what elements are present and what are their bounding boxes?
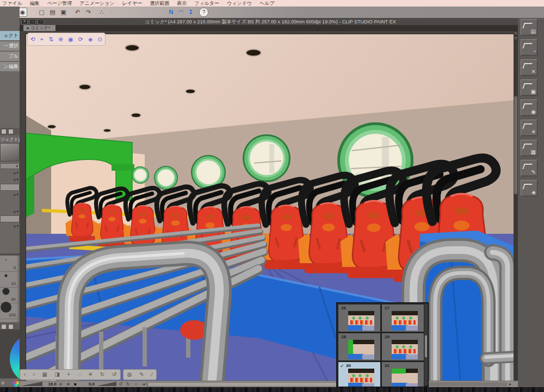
menu-layer[interactable]: レイヤー xyxy=(122,0,143,7)
vertical-scrollbar-thumb[interactable] xyxy=(514,96,517,194)
next-camera-angle-icon[interactable]: › xyxy=(33,370,35,379)
redo-button[interactable]: ↷ xyxy=(84,8,93,17)
scroll-down-button[interactable] xyxy=(514,36,518,40)
material-monochrome-button[interactable]: ✕ xyxy=(521,59,537,76)
reset-view-button[interactable]: ⌂ xyxy=(135,382,138,387)
material-color-pattern-button[interactable]: ◔ xyxy=(521,39,537,55)
page-icon[interactable] xyxy=(1,129,7,134)
fit-to-screen-button[interactable]: ■ xyxy=(74,382,77,387)
camera-dolly-icon[interactable]: ⇅ xyxy=(48,34,53,45)
canvas-3d-scene[interactable] xyxy=(26,34,516,387)
subtool-item-line-edit[interactable]: ン編集 xyxy=(0,62,20,71)
material-body-type-button[interactable]: ◈ xyxy=(521,180,537,196)
zoom-slider[interactable] xyxy=(21,382,42,386)
color-wheel[interactable] xyxy=(10,333,20,378)
menu-view[interactable]: 表示 xyxy=(177,0,187,7)
restore-window-button[interactable]: ▫ xyxy=(38,19,44,24)
render-settings-icon[interactable]: ◨ xyxy=(54,370,59,379)
rotate-right-button[interactable]: ↻ xyxy=(126,382,130,387)
menu-page-manage[interactable]: ページ管理 xyxy=(47,0,72,7)
rotation-slider[interactable] xyxy=(97,382,116,386)
material-pose-button[interactable]: ◉ xyxy=(521,99,537,116)
color-set-icon[interactable] xyxy=(1,324,7,329)
crop-icon[interactable]: ◫ xyxy=(153,8,163,17)
new-document-button[interactable]: ▢ xyxy=(37,8,46,17)
camera-rotate-icon[interactable]: ⟲ xyxy=(30,34,35,45)
object-rotate-icon[interactable]: ◉ xyxy=(68,34,73,45)
menu-window[interactable]: ウィンドウ xyxy=(227,0,252,7)
snap-grid-button[interactable]: ↧ xyxy=(186,8,195,17)
vertical-scrollbar[interactable] xyxy=(514,31,518,381)
flip-vertical-icon[interactable]: ▨ xyxy=(145,8,154,17)
value-input-2[interactable] xyxy=(0,215,20,222)
material-3d-button[interactable]: ▣ xyxy=(521,79,537,96)
clear-button[interactable]: ∴ xyxy=(97,8,106,17)
page-thumbnail-28[interactable]: 28 xyxy=(338,333,381,361)
color-mix-icon[interactable] xyxy=(8,324,14,329)
stepper-row-1[interactable]: ▴▾ xyxy=(0,170,20,176)
snap-ruler-button[interactable]: N xyxy=(166,8,176,17)
brush-size-item[interactable]: 30 xyxy=(0,287,17,303)
subtool-item-object[interactable]: ェクト xyxy=(0,31,20,40)
frame-button[interactable]: ▢ xyxy=(125,8,134,17)
material-sphere-icon[interactable]: ◍ xyxy=(127,370,132,379)
help-button[interactable]: ? xyxy=(199,8,208,17)
zoom-out-button[interactable]: ⊖ xyxy=(59,382,63,387)
zoom-in-button[interactable]: ⊕ xyxy=(66,382,70,387)
object-move-icon[interactable]: ⊕ xyxy=(58,34,63,45)
dropper-icon[interactable]: ∕ xyxy=(151,370,152,379)
menu-filter[interactable]: フィルター xyxy=(194,0,219,7)
rotate-cw-icon[interactable]: ↻ xyxy=(100,370,104,379)
rotate-ccw-icon[interactable]: ↺ xyxy=(112,370,116,379)
page-list-scrollbar[interactable] xyxy=(424,304,428,385)
roll-object-icon[interactable]: ◌ xyxy=(78,370,81,379)
value-input[interactable] xyxy=(0,184,20,191)
object-preview-box[interactable] xyxy=(0,143,20,161)
page-thumbnail-27[interactable]: 27 xyxy=(381,304,424,332)
page-list-scrollbar-thumb[interactable] xyxy=(425,335,427,357)
scale-rotate-button[interactable]: ◇ xyxy=(116,8,126,17)
menu-animation[interactable]: アニメーション xyxy=(79,0,114,7)
flip-horizontal-icon[interactable]: ▱ xyxy=(136,8,145,17)
stepper-row-5[interactable]: ▴▾ xyxy=(0,223,20,229)
page-thumbnail-31[interactable]: 31 xyxy=(381,362,424,387)
menu-edit[interactable]: 編集 xyxy=(30,0,40,7)
light-source-icon[interactable]: ✳ xyxy=(88,370,92,379)
rotate-left-button[interactable]: ↺ xyxy=(119,382,122,387)
menu-file[interactable]: ファイル xyxy=(2,0,22,7)
dropdown-row[interactable]: ▾ xyxy=(0,163,20,169)
minimize-window-button[interactable]: ─ xyxy=(29,19,36,24)
fill-button[interactable]: ◧ xyxy=(108,8,117,17)
tab-comic[interactable]: コミック* xyxy=(23,25,55,31)
prev-camera-angle-icon[interactable]: ‹ xyxy=(24,370,26,379)
horizontal-scrollbar[interactable] xyxy=(146,382,507,387)
color-wheel-icon[interactable] xyxy=(13,381,19,387)
stepper-row-3[interactable]: ▴▾ xyxy=(0,192,20,197)
page-thumbnail-26[interactable]: 26 xyxy=(338,304,381,332)
brush-size-item[interactable]: 10 xyxy=(0,271,17,288)
camera-reset-icon[interactable]: ⊙ xyxy=(97,34,102,45)
collapse-button[interactable]: ◂ xyxy=(143,382,145,387)
material-pen-button[interactable]: ✎ xyxy=(521,160,537,176)
page-thumbnail-29[interactable]: 29 xyxy=(381,333,424,361)
save-button[interactable]: ▣ xyxy=(59,8,68,17)
material-effect-button[interactable]: ✳ xyxy=(521,120,537,136)
pen-touch-icon[interactable]: ✎ xyxy=(139,370,144,379)
stepper-row-2[interactable]: ▴▾ xyxy=(0,177,20,182)
stepper-row-4[interactable]: ▴▾ xyxy=(0,209,20,214)
brush-size-item[interactable]: 100 xyxy=(0,303,17,319)
undo-button[interactable]: ↶ xyxy=(73,8,82,17)
menu-selection[interactable]: 選択範囲 xyxy=(150,0,169,7)
camera-pan-icon[interactable]: + xyxy=(40,34,44,45)
scroll-right-button[interactable]: ▸ xyxy=(509,382,511,387)
material-image-button[interactable]: ▦ xyxy=(521,140,537,156)
tool-options-row[interactable]: ◌⑂ xyxy=(0,246,20,251)
camera-angle-grid-icon[interactable]: ▦ xyxy=(42,370,47,379)
snap-special-ruler-button[interactable]: ◠ xyxy=(176,8,186,17)
open-file-button[interactable]: ▤ xyxy=(48,8,57,17)
material-all-button[interactable]: ▤ xyxy=(521,19,537,35)
move-object-icon[interactable]: + xyxy=(67,370,70,379)
object-spin-icon[interactable]: ⟳ xyxy=(78,34,83,45)
scroll-up-button[interactable] xyxy=(514,31,518,35)
page-thumbnail-30-selected[interactable]: ✓ 30 xyxy=(338,362,381,387)
